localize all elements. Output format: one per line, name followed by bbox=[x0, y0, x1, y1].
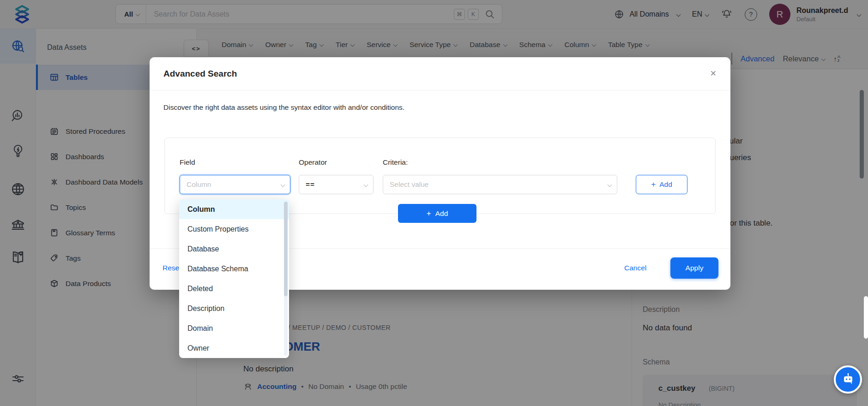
add-group-label: Add bbox=[435, 209, 448, 218]
add-rule-button[interactable]: + Add bbox=[636, 175, 687, 194]
plus-icon: + bbox=[651, 180, 656, 189]
modal-title: Advanced Search bbox=[163, 69, 237, 79]
operator-select-value: == bbox=[306, 180, 315, 189]
field-select[interactable]: Column bbox=[180, 175, 290, 194]
add-group-button[interactable]: + Add bbox=[398, 204, 476, 223]
dropdown-scrollbar-thumb[interactable] bbox=[284, 202, 288, 296]
option-deleted[interactable]: Deleted bbox=[179, 279, 289, 299]
app-root: All Search for Data Assets ⌘ K All Domai… bbox=[0, 0, 868, 406]
field-select-value: Column bbox=[187, 180, 211, 189]
chatbot-button[interactable] bbox=[834, 365, 862, 394]
cancel-button[interactable]: Cancel bbox=[624, 264, 646, 272]
criteria-select[interactable]: Select value bbox=[383, 175, 617, 194]
field-options-dropdown: Column Custom Properties Database Databa… bbox=[179, 199, 289, 358]
option-database-schema[interactable]: Database Schema bbox=[179, 259, 289, 279]
criteria-select-placeholder: Select value bbox=[390, 180, 428, 189]
chevron-down-icon bbox=[281, 182, 285, 187]
close-icon[interactable]: ✕ bbox=[710, 69, 717, 78]
chevron-down-icon bbox=[364, 182, 368, 187]
apply-label: Apply bbox=[686, 264, 704, 272]
add-rule-label: Add bbox=[659, 180, 672, 189]
option-custom-properties[interactable]: Custom Properties bbox=[179, 219, 289, 239]
option-database[interactable]: Database bbox=[179, 239, 289, 259]
modal-header: Advanced Search ✕ bbox=[150, 57, 730, 90]
robot-icon bbox=[840, 372, 856, 388]
option-column[interactable]: Column bbox=[179, 199, 289, 219]
option-owner[interactable]: Owner bbox=[179, 338, 289, 358]
criteria-label: Criteria: bbox=[383, 158, 408, 167]
page-scrollbar-thumb[interactable] bbox=[864, 296, 868, 339]
plus-icon: + bbox=[427, 209, 431, 218]
modal-description: Discover the right data assets using the… bbox=[163, 103, 404, 112]
option-domain[interactable]: Domain bbox=[179, 318, 289, 338]
reset-link[interactable]: Reset bbox=[163, 264, 181, 272]
apply-button[interactable]: Apply bbox=[670, 257, 718, 279]
chevron-down-icon bbox=[608, 182, 612, 187]
option-description[interactable]: Description bbox=[179, 299, 289, 318]
operator-label: Operator bbox=[299, 158, 327, 167]
operator-select[interactable]: == bbox=[299, 175, 374, 194]
field-label: Field bbox=[180, 158, 195, 167]
